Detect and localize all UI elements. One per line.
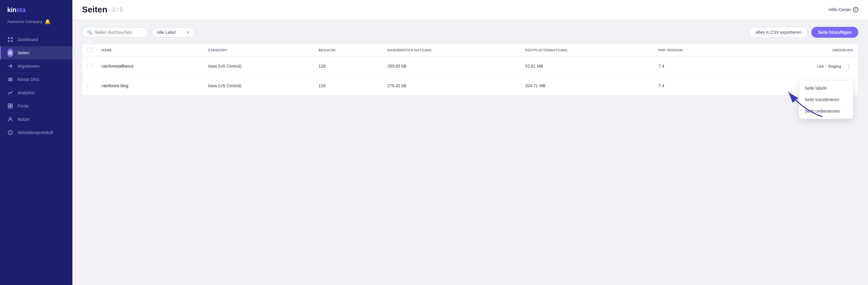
add-page-button[interactable]: Seite hinzufügen bbox=[811, 27, 858, 38]
table-header-row: NAME ↑ STANDORT BESUCHE BANDBREITEN NUTZ… bbox=[82, 44, 858, 56]
sidebar-item-label: Kinsta DNS bbox=[18, 77, 39, 82]
sidebar-item-label: Dashboard bbox=[18, 37, 38, 42]
sidebar-item-label: Analytics bbox=[18, 90, 34, 95]
col-festplatten: FESTPLATTENNUTZUNG bbox=[520, 44, 654, 56]
row1-env-cell: Live • Staging ⋮ bbox=[740, 56, 858, 76]
svg-rect-6 bbox=[8, 104, 10, 106]
page-content: 🔍 Alle Label ▾ Alles in CSV exportieren … bbox=[72, 20, 868, 285]
label-select[interactable]: Alle Label ▾ bbox=[152, 27, 194, 37]
page-counter: 2 / 5 bbox=[112, 7, 123, 13]
dashboard-icon bbox=[7, 36, 13, 42]
toolbar: 🔍 Alle Label ▾ Alles in CSV exportieren … bbox=[82, 27, 858, 38]
table-container: NAME ↑ STANDORT BESUCHE BANDBREITEN NUTZ… bbox=[82, 44, 858, 96]
select-all-col bbox=[82, 44, 97, 56]
row2-checkbox-cell bbox=[82, 76, 97, 96]
help-link[interactable]: Hilfe-Center ? bbox=[829, 7, 858, 12]
col-name: NAME ↑ bbox=[97, 44, 203, 56]
row1-staging-badge: Staging bbox=[828, 64, 841, 68]
sidebar-item-label: Aktivitätenprotokoll bbox=[18, 130, 53, 135]
table-row: rainforest blog Iowa (US Central) 126 27… bbox=[82, 76, 858, 96]
search-box[interactable]: 🔍 bbox=[82, 27, 148, 37]
migrationen-icon bbox=[7, 63, 13, 69]
row2-standort: Iowa (US Central) bbox=[203, 76, 314, 96]
main-content: Seiten 2 / 5 Hilfe-Center ? 🔍 Alle Label… bbox=[72, 0, 868, 285]
search-input[interactable] bbox=[95, 30, 143, 35]
row1-besuche: 126 bbox=[314, 56, 382, 76]
col-umgebung: UMGEBUNG bbox=[740, 44, 858, 56]
sidebar-item-label: Seiten bbox=[18, 50, 30, 55]
search-icon: 🔍 bbox=[87, 30, 92, 35]
col-standort: STANDORT bbox=[203, 44, 314, 56]
row1-checkbox-cell bbox=[82, 56, 97, 76]
page-title: Seiten bbox=[82, 5, 107, 15]
help-label: Hilfe-Center bbox=[829, 7, 851, 12]
row1-php: 7.4 bbox=[654, 56, 740, 76]
row1-standort: Iowa (US Central) bbox=[203, 56, 314, 76]
dropdown-item-label[interactable]: Seite labeln bbox=[799, 82, 853, 94]
svg-point-5 bbox=[10, 52, 11, 53]
table-row: rainforestalliance Iowa (US Central) 126… bbox=[82, 56, 858, 76]
chevron-down-icon: ▾ bbox=[187, 30, 189, 34]
row1-bandbreiten: 289.65 kB bbox=[383, 56, 520, 76]
row1-env-badges: Live • Staging bbox=[817, 64, 841, 68]
sidebar-item-label: Firma bbox=[18, 104, 28, 108]
sidebar-item-kinsta-dns[interactable]: Kinsta DNS bbox=[0, 73, 72, 86]
row1-live-badge: Live bbox=[817, 64, 824, 68]
col-besuche: BESUCHE bbox=[314, 44, 382, 56]
sidebar-item-label: Migrationen bbox=[18, 64, 39, 68]
row1-dot-separator: • bbox=[825, 64, 827, 68]
kinsta-dns-icon bbox=[7, 76, 13, 82]
dropdown-item-rename[interactable]: Seite umbenennen bbox=[799, 105, 853, 117]
sidebar-company: Awesome Company 🔔 bbox=[0, 19, 72, 30]
row2-festplatten: 204.71 MB bbox=[520, 76, 654, 96]
row2-php: 7.4 bbox=[654, 76, 740, 96]
svg-rect-9 bbox=[10, 106, 12, 108]
help-circle-icon: ? bbox=[853, 7, 858, 12]
sidebar-header: kinsta bbox=[0, 0, 72, 19]
col-bandbreiten: BANDBREITEN NUTZUNG bbox=[383, 44, 520, 56]
seiten-icon bbox=[7, 50, 13, 56]
topbar: Seiten 2 / 5 Hilfe-Center ? bbox=[72, 0, 868, 20]
select-all-checkbox[interactable] bbox=[87, 48, 92, 53]
sidebar: kinsta Awesome Company 🔔 Dashboard Seite… bbox=[0, 0, 72, 285]
pages-table: NAME ↑ STANDORT BESUCHE BANDBREITEN NUTZ… bbox=[82, 44, 858, 95]
svg-rect-2 bbox=[8, 40, 10, 42]
sidebar-item-migrationen[interactable]: Migrationen bbox=[0, 59, 72, 73]
row2-name: rainforest blog bbox=[97, 76, 203, 96]
row1-more-button[interactable]: ⋮ bbox=[845, 62, 853, 70]
firma-icon bbox=[7, 103, 13, 109]
company-name: Awesome Company bbox=[7, 19, 42, 24]
row1-name: rainforestalliance bbox=[97, 56, 203, 76]
row2-besuche: 126 bbox=[314, 76, 382, 96]
sidebar-item-nutzer[interactable]: Nutzer bbox=[0, 113, 72, 126]
sidebar-item-firma[interactable]: Firma bbox=[0, 99, 72, 113]
page-title-area: Seiten 2 / 5 bbox=[82, 5, 123, 15]
aktivitaetsprotokoll-icon bbox=[7, 130, 13, 136]
svg-point-10 bbox=[9, 117, 11, 119]
dropdown-item-transfer[interactable]: Seite transferieren bbox=[799, 94, 853, 105]
row2-checkbox[interactable] bbox=[87, 83, 92, 88]
analytics-icon bbox=[7, 90, 13, 96]
sidebar-nav: Dashboard Seiten Migrationen Kinsta DNS bbox=[0, 30, 72, 285]
row2-bandbreiten: 276.42 kB bbox=[383, 76, 520, 96]
svg-rect-8 bbox=[8, 106, 10, 108]
sidebar-item-label: Nutzer bbox=[18, 117, 30, 122]
row1-checkbox[interactable] bbox=[87, 64, 92, 68]
sidebar-item-dashboard[interactable]: Dashboard bbox=[0, 33, 72, 46]
svg-rect-3 bbox=[11, 40, 13, 42]
kinsta-logo: kinsta bbox=[7, 6, 26, 14]
svg-point-12 bbox=[10, 132, 11, 134]
svg-rect-0 bbox=[8, 37, 10, 39]
sidebar-item-analytics[interactable]: Analytics bbox=[0, 86, 72, 99]
sidebar-item-aktivitaetsprotokoll[interactable]: Aktivitätenprotokoll bbox=[0, 126, 72, 139]
col-php: PHP VERSION bbox=[654, 44, 740, 56]
context-dropdown-menu: Seite labeln Seite transferieren Seite u… bbox=[799, 80, 853, 119]
label-select-value: Alle Label bbox=[157, 30, 176, 35]
row1-festplatten: 53.81 MB bbox=[520, 56, 654, 76]
nutzer-icon bbox=[7, 116, 13, 122]
svg-rect-1 bbox=[11, 37, 13, 39]
export-button[interactable]: Alles in CSV exportieren bbox=[749, 27, 808, 38]
sidebar-item-seiten[interactable]: Seiten bbox=[0, 46, 72, 59]
bell-icon[interactable]: 🔔 bbox=[44, 19, 51, 25]
svg-rect-7 bbox=[10, 104, 12, 106]
